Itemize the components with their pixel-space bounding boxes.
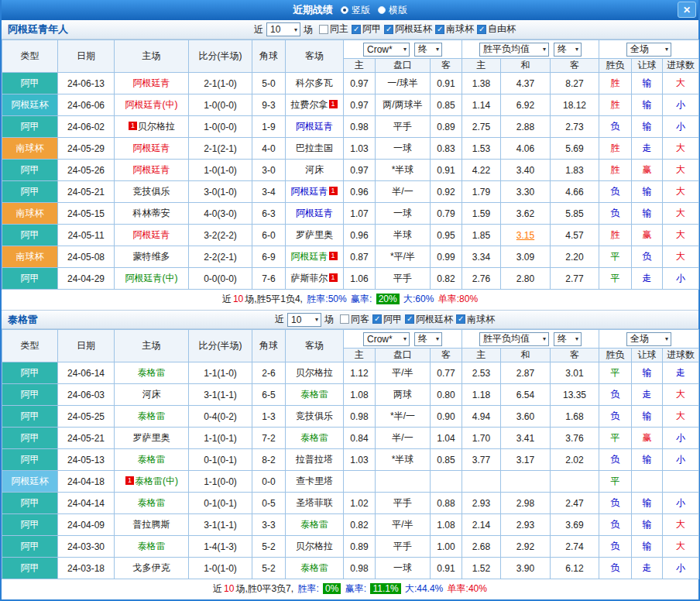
checkbox-checked-icon[interactable]	[372, 314, 382, 324]
asia-odds-state-select[interactable]: 终▾	[414, 332, 442, 346]
team-link[interactable]: 查卡里塔	[296, 476, 333, 486]
corner-cell: 6-5	[252, 384, 286, 406]
team-link[interactable]: 阿根廷青(中)	[125, 273, 178, 283]
checkbox-checked-icon[interactable]	[435, 25, 444, 34]
team-link[interactable]: 科林蒂安	[133, 208, 170, 218]
team-link[interactable]: 阿根廷青	[296, 121, 333, 132]
team-link[interactable]: 泰格雷	[300, 432, 328, 443]
team-link[interactable]: 罗萨里奥	[133, 432, 170, 443]
team-link[interactable]: 泰格雷	[300, 519, 328, 530]
radio-icon[interactable]	[341, 6, 348, 14]
scope-select[interactable]: 全场▾	[626, 43, 671, 57]
team-link[interactable]: 河床	[142, 389, 161, 400]
team-link[interactable]: 贝尔格拉	[138, 121, 175, 132]
result-wdl-cell: 平	[599, 362, 632, 384]
league-type-cell: 阿甲	[2, 493, 58, 514]
bookmaker-select[interactable]: Crow*▾	[363, 43, 410, 57]
checkbox-checked-icon[interactable]	[352, 25, 361, 34]
matches-table-body: 阿甲24-06-13阿根廷青2-1(1-0)5-0科尔多瓦0.97一/球半0.9…	[2, 73, 699, 290]
league-filter-阿甲[interactable]: 阿甲	[372, 313, 402, 326]
league-filter-阿甲[interactable]: 阿甲	[352, 22, 381, 36]
team-link[interactable]: 阿根廷青	[291, 186, 328, 197]
euro-away-odds-cell: 13.35	[551, 384, 599, 406]
corner-cell: 9-3	[252, 94, 286, 116]
summary-text: 近	[222, 294, 232, 304]
result-controls: 全场▾	[599, 40, 699, 59]
team-link[interactable]: 普拉腾斯	[133, 519, 170, 530]
euro-odds-type-select[interactable]: 胜平负均值▾	[479, 43, 549, 57]
checkbox-label: 阿根廷杯	[416, 313, 453, 326]
euro-odds-state-select[interactable]: 终▾	[554, 332, 582, 346]
league-filter-同客[interactable]: 同客	[340, 313, 369, 326]
team-link[interactable]: 阿根廷青	[291, 251, 328, 262]
home-team-cell: 戈多伊克	[115, 558, 189, 579]
team-link[interactable]: 巴拉圭国	[296, 143, 333, 153]
team-link[interactable]: 竞技俱乐	[133, 186, 170, 197]
euro-odds-type-select[interactable]: 胜平负均值▾	[479, 332, 549, 346]
radio-horizontal-layout[interactable]: 横版	[378, 4, 407, 17]
team-link[interactable]: 阿根廷青	[133, 229, 170, 240]
result-goals-cell: 小	[663, 449, 699, 471]
team-link[interactable]: 拉费尔拿	[291, 99, 328, 110]
team-link[interactable]: 阿根廷青	[133, 164, 170, 175]
checkbox-unchecked-icon[interactable]	[319, 25, 328, 34]
radio-icon[interactable]	[378, 6, 386, 14]
checkbox-checked-icon[interactable]	[456, 314, 465, 324]
team-link[interactable]: 贝尔格拉	[296, 541, 333, 551]
league-filter-阿根廷杯[interactable]: 阿根廷杯	[405, 313, 453, 326]
match-date-cell: 24-06-03	[58, 384, 115, 406]
league-filter-南球杯[interactable]: 南球杯	[435, 22, 474, 36]
away-team-cell: 泰格雷	[286, 514, 344, 536]
team-link[interactable]: 阿根廷青	[133, 143, 170, 153]
team-link[interactable]: 泰格雷	[138, 497, 166, 508]
team-link[interactable]: 泰格雷	[138, 541, 166, 551]
team-link[interactable]: 阿根廷青	[133, 77, 170, 88]
result-handicap-cell: 赢	[632, 225, 663, 246]
league-filter-南球杯[interactable]: 南球杯	[456, 313, 495, 326]
team-link[interactable]: 拉普拉塔	[296, 454, 333, 465]
checkbox-checked-icon[interactable]	[405, 314, 414, 324]
team-link[interactable]: 蒙特维多	[133, 251, 170, 262]
asia-home-odds-cell: 1.02	[344, 493, 376, 514]
result-handicap-cell: 输	[632, 94, 663, 116]
checkbox-checked-icon[interactable]	[477, 25, 486, 34]
league-filter-同主[interactable]: 同主	[319, 22, 348, 36]
euro-draw-odds-cell[interactable]: 3.15	[501, 225, 551, 246]
handicap-cell: 半/一	[376, 428, 431, 449]
near-label: 近	[275, 313, 284, 326]
radio-vertical-layout[interactable]: 竖版	[341, 4, 370, 17]
match-row: 阿甲24-06-021贝尔格拉1-0(0-0)1-9阿根廷青0.98平手0.89…	[2, 116, 699, 138]
close-button[interactable]: ✕	[678, 2, 696, 18]
team-link[interactable]: 戈多伊克	[133, 562, 170, 573]
match-count-select[interactable]: 10 ▾	[287, 313, 321, 327]
match-date-cell: 24-05-21	[58, 181, 115, 203]
team-link[interactable]: 阿根廷青	[296, 208, 333, 218]
team-link[interactable]: 圣塔菲联	[296, 497, 333, 508]
checkbox-checked-icon[interactable]	[384, 25, 393, 34]
team-link[interactable]: 科尔多瓦	[296, 77, 333, 88]
team-link[interactable]: 泰格雷	[300, 389, 328, 400]
checkbox-unchecked-icon[interactable]	[340, 314, 349, 324]
team-link[interactable]: 泰格雷	[138, 367, 166, 378]
euro-odds-state-select[interactable]: 终▾	[554, 43, 582, 57]
team-link[interactable]: 泰格雷	[300, 562, 328, 573]
team-link[interactable]: 罗萨里奥	[296, 229, 333, 240]
league-type-cell: 阿甲	[2, 428, 58, 449]
team-link[interactable]: 阿根廷青(中)	[125, 99, 178, 110]
team-link[interactable]: 竞技俱乐	[296, 410, 333, 421]
team-link[interactable]: 萨斯菲尔	[291, 273, 328, 283]
league-filter-自由杯[interactable]: 自由杯	[477, 22, 516, 36]
result-handicap-cell: 输	[632, 406, 663, 428]
league-filter-阿根廷杯[interactable]: 阿根廷杯	[384, 22, 432, 36]
bookmaker-select[interactable]: Crow*▾	[363, 332, 410, 346]
near-label: 近	[254, 23, 263, 36]
asia-odds-state-select[interactable]: 终▾	[414, 43, 442, 57]
away-team-cell: 拉费尔拿1	[286, 94, 344, 116]
team-link[interactable]: 泰格雷	[138, 454, 166, 465]
team-link[interactable]: 泰格雷	[138, 410, 166, 421]
match-count-select[interactable]: 10 ▾	[266, 22, 300, 36]
team-link[interactable]: 泰格雷(中)	[135, 476, 178, 486]
scope-select[interactable]: 全场▾	[626, 332, 671, 346]
team-link[interactable]: 贝尔格拉	[296, 367, 333, 378]
team-link[interactable]: 河床	[305, 164, 324, 175]
